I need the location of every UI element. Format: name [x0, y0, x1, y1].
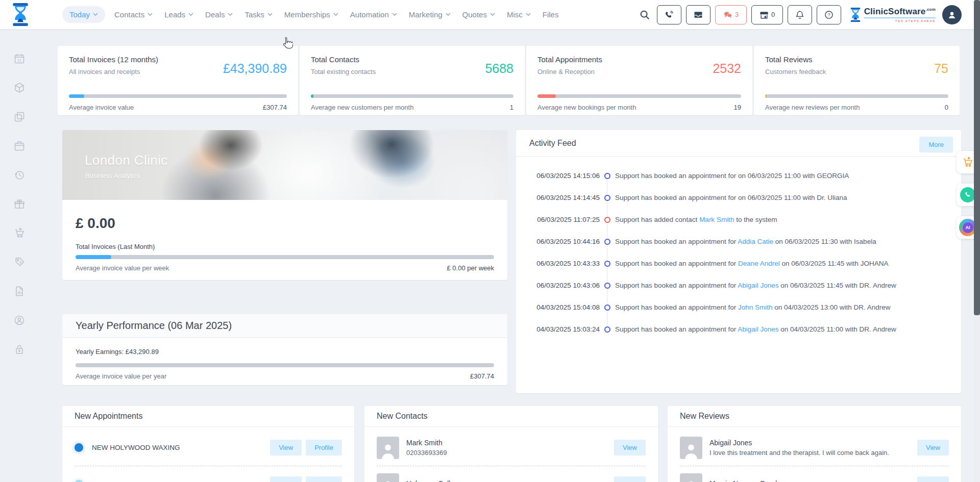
nav-item-contacts[interactable]: Contacts [112, 6, 155, 23]
new-contacts-card: New Contacts Mark Smith 02033693369 View… [364, 406, 658, 482]
nav-item-misc[interactable]: Misc [504, 6, 533, 23]
activity-time: 06/03/2025 14:14:45 [533, 194, 600, 201]
nav-label: Leads [164, 10, 185, 19]
store-icon [759, 10, 769, 20]
cart-icon[interactable] [13, 227, 26, 239]
nav-item-memberships[interactable]: Memberships [282, 6, 341, 23]
lock-icon[interactable] [13, 343, 26, 356]
view-button[interactable]: View [270, 440, 302, 455]
chat-count-badge: 3 [735, 11, 739, 18]
activity-entry: 06/03/2025 10:43:33 Support has booked a… [516, 252, 961, 274]
calendar-12-icon[interactable]: 12 [13, 53, 26, 65]
nav-item-leads[interactable]: Leads [162, 6, 196, 23]
appointment-dot [75, 443, 83, 452]
avatar [377, 437, 399, 459]
contact-link[interactable]: Abigail Jones [738, 325, 778, 333]
reviewer-name: Marcia Navarro Brooks [709, 479, 782, 482]
inbox-button[interactable] [686, 5, 710, 24]
phone-ring-icon [664, 10, 674, 20]
stat-progress-fill [537, 94, 556, 98]
stat-title: Total Reviews [754, 46, 960, 64]
contact-row: Unknown Caller View [377, 466, 646, 482]
view-button[interactable]: View [917, 476, 949, 482]
activity-text: Support has booked an appointment for Ad… [615, 238, 876, 245]
stat-card-total-appointments: Total Appointments Online & Reception 25… [526, 46, 752, 115]
price-tag-icon[interactable]: $ [13, 256, 26, 268]
last-month-label: Total Invoices (Last Month) [76, 243, 494, 250]
account-icon[interactable] [13, 314, 26, 326]
stat-value: 75 [934, 61, 948, 76]
last-month-average-row: Average invoice value per week £ 0.00 pe… [76, 264, 494, 272]
chat-messages-button[interactable]: 3 [715, 5, 747, 24]
last-month-progress-fill [76, 255, 111, 259]
new-appointments-title: New Appointments [62, 406, 354, 427]
avatar [680, 437, 702, 459]
package-icon[interactable] [13, 82, 26, 94]
copy-icon[interactable] [13, 111, 26, 123]
nav-item-automation[interactable]: Automation [348, 6, 400, 23]
nav-item-files[interactable]: Files [540, 6, 561, 23]
stat-avg-value: 1 [510, 104, 513, 111]
stat-average-row: Average new customers per month 1 [311, 104, 513, 111]
nav-item-quotes[interactable]: Quotes [460, 6, 498, 23]
avg-week-value: £ 0.00 per week [447, 264, 494, 272]
stat-progress-track [311, 94, 513, 98]
view-button[interactable]: View [917, 440, 949, 455]
nav-item-deals[interactable]: Deals [203, 6, 235, 23]
yearly-earnings: Yearly Earnings: £43,290.89 [76, 348, 494, 356]
activity-time: 06/03/2025 14:15:06 [533, 172, 600, 180]
activity-more-button[interactable]: More [919, 137, 953, 153]
activity-text: Support has booked an appointment for Jo… [615, 303, 891, 311]
profile-button[interactable]: Profile [306, 440, 342, 455]
notifications-button[interactable] [788, 5, 812, 24]
user-avatar[interactable] [942, 5, 962, 24]
timeline-dot [600, 173, 615, 179]
phone-calls-button[interactable] [657, 5, 681, 24]
chevron-down-icon [333, 13, 338, 16]
gift-icon[interactable] [13, 198, 26, 210]
view-button[interactable]: View [270, 476, 302, 482]
activity-entry: 06/03/2025 14:15:06 Support has booked a… [516, 165, 961, 187]
appointment-label: NEW HOLYWOOD WAXING [92, 444, 180, 451]
svg-text:$: $ [19, 261, 21, 264]
nav-item-today[interactable]: Today [62, 6, 105, 23]
chevron-down-icon [228, 13, 233, 16]
timeline-dot [600, 305, 615, 311]
contact-link[interactable]: Mark Smith [699, 216, 734, 223]
yearly-performance-title: Yearly Performance (06 Mar 2025) [62, 314, 507, 338]
nav-item-marketing[interactable]: Marketing [406, 6, 453, 23]
contact-link[interactable]: Deane Andrel [738, 260, 780, 267]
yearly-progress-track [76, 363, 494, 367]
bookings-calendar-icon[interactable] [13, 140, 26, 152]
page-scrollbar[interactable] [974, 0, 980, 482]
search-icon[interactable] [639, 9, 650, 20]
brand-logo[interactable]: ClinicSoftware.com TEN STEPS AHEAD [850, 7, 936, 22]
stat-average-row: Average new bookings per month 19 [537, 104, 741, 111]
nav-item-tasks[interactable]: Tasks [242, 6, 275, 23]
header-actions: 3 0 ? [639, 0, 962, 29]
store-button[interactable]: 0 [751, 5, 783, 24]
contact-name: Unknown Caller [406, 479, 457, 482]
contact-link[interactable]: John Smith [738, 303, 773, 311]
chevron-down-icon [526, 13, 531, 16]
view-button[interactable]: View [614, 476, 646, 482]
contact-link[interactable]: Addia Catie [738, 238, 773, 245]
help-button[interactable]: ? [817, 5, 841, 24]
activity-text: Support has booked an appointment for on… [615, 172, 849, 180]
activity-feed-list: 06/03/2025 14:15:06 Support has booked a… [516, 157, 961, 340]
clinicsoftware-logo-icon[interactable] [11, 3, 30, 26]
scrollbar-thumb[interactable] [974, 0, 980, 315]
activity-time: 04/03/2025 15:03:24 [533, 325, 600, 333]
person-silhouette-icon [682, 442, 700, 459]
stat-progress-track [765, 94, 948, 98]
report-icon[interactable] [13, 285, 26, 297]
activity-time: 06/03/2025 10:44:16 [533, 238, 600, 245]
view-button[interactable]: View [614, 440, 646, 455]
stat-card-total-invoices: Total Invoices (12 months) All invoices … [58, 46, 298, 115]
profile-button[interactable]: Profile [306, 476, 342, 482]
stat-card-total-reviews: Total Reviews Customers feedback 75 Aver… [754, 46, 960, 115]
chevron-down-icon [392, 13, 397, 16]
nav-label: Tasks [244, 10, 264, 19]
history-icon[interactable] [13, 169, 26, 181]
contact-link[interactable]: Abigail Jones [738, 282, 778, 289]
